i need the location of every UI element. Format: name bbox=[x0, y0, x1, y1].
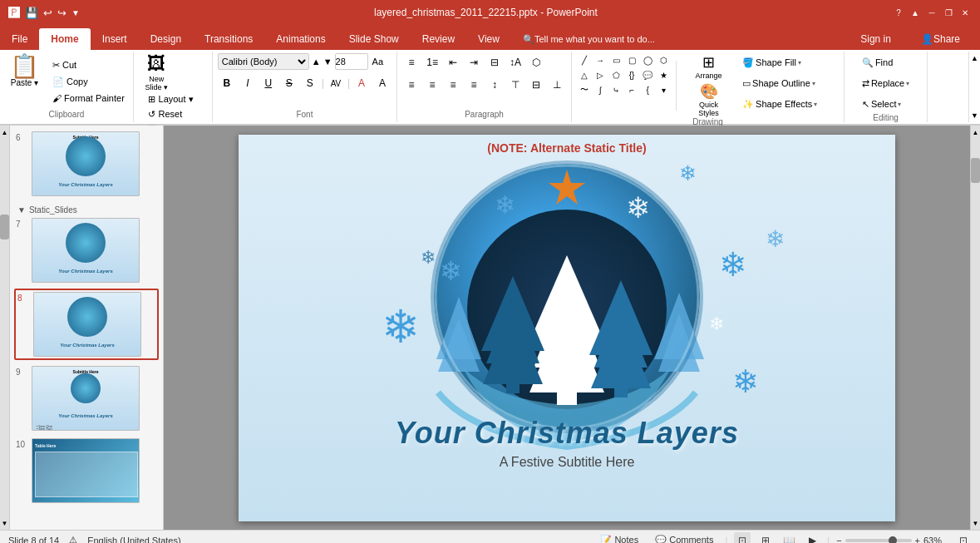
share-button[interactable]: 👤 Share bbox=[909, 28, 972, 50]
cols-button[interactable]: ⊟ bbox=[485, 53, 504, 72]
bend-tool[interactable]: ⌐ bbox=[624, 83, 639, 96]
zoom-thumb[interactable] bbox=[889, 536, 897, 544]
section-label-static[interactable]: ▼ Static_Slides bbox=[14, 202, 159, 216]
tab-home[interactable]: Home bbox=[39, 28, 90, 50]
customize-icon[interactable]: ▼ bbox=[71, 8, 80, 17]
shape-fill-button[interactable]: 🪣 Shape Fill ▾ bbox=[739, 53, 839, 72]
slide-sorter-button[interactable]: ⊞ bbox=[757, 532, 774, 544]
help-button[interactable]: ? bbox=[892, 6, 905, 19]
slide-thumb-9[interactable]: 9 Subtitle Here Your Christmas Layers • … bbox=[14, 364, 159, 432]
select-button[interactable]: ↖ Select ▾ bbox=[859, 95, 905, 113]
scroll-thumb[interactable] bbox=[0, 215, 9, 239]
zoom-slider[interactable] bbox=[845, 539, 912, 542]
valign-top-button[interactable]: ⊤ bbox=[506, 76, 524, 94]
tab-view[interactable]: View bbox=[466, 28, 511, 50]
tab-transitions[interactable]: Transitions bbox=[193, 28, 264, 50]
valign-bot-button[interactable]: ⊥ bbox=[548, 76, 566, 94]
char-spacing-button[interactable]: AV bbox=[327, 74, 345, 92]
valign-mid-button[interactable]: ⊟ bbox=[527, 76, 545, 94]
format-painter-button[interactable]: 🖌 Format Painter bbox=[49, 91, 128, 105]
font-size-btn-up[interactable]: ▲ bbox=[312, 57, 321, 67]
ribbon-scroll-down[interactable]: ▼ bbox=[971, 111, 978, 120]
font-name-select[interactable]: Calibri (Body) bbox=[218, 53, 309, 70]
find-button[interactable]: 🔍 Find bbox=[859, 53, 896, 72]
tab-animations[interactable]: Animations bbox=[264, 28, 337, 50]
paste-button[interactable]: 📋 Paste ▾ bbox=[5, 53, 44, 110]
line-tool[interactable]: ╱ bbox=[577, 53, 592, 67]
bullets-button[interactable]: ≡ bbox=[402, 53, 421, 72]
slide-subtitle-text[interactable]: A Festive Subtitle Here bbox=[239, 455, 895, 470]
slide-thumb-6[interactable]: 6 Subtitle Here Your Christmas Layers bbox=[14, 130, 159, 198]
shadow-button[interactable]: S bbox=[301, 74, 319, 92]
triangle-tool[interactable]: △ bbox=[577, 68, 592, 81]
text-direction-button[interactable]: ↕A bbox=[506, 53, 524, 72]
slide-thumb-7[interactable]: 7 Your Christmas Layers bbox=[14, 216, 159, 284]
freeform-tool[interactable]: 〜 bbox=[577, 83, 592, 96]
right-scrollbar[interactable]: ▲ ▼ bbox=[970, 126, 980, 530]
numbering-button[interactable]: 1≡ bbox=[423, 53, 441, 72]
replace-button[interactable]: ⇄ Replace ▾ bbox=[859, 74, 913, 92]
convert-smartart-button[interactable]: ⬡ bbox=[527, 53, 545, 72]
rounded-rect-tool[interactable]: ▢ bbox=[624, 53, 639, 67]
curve-tool[interactable]: ∫ bbox=[593, 83, 608, 96]
new-slide-button[interactable]: 🖼 New Slide ▾ bbox=[145, 53, 168, 91]
scroll-up-arrow[interactable]: ▲ bbox=[0, 126, 9, 139]
pentagon-tool[interactable]: ⬠ bbox=[608, 68, 623, 81]
tab-tell-me[interactable]: 🔍 Tell me what you want to do... bbox=[511, 28, 667, 50]
arrange-button[interactable]: ⊞ Arrange bbox=[696, 53, 722, 80]
brace-tool[interactable]: {} bbox=[624, 68, 639, 81]
quick-styles-button[interactable]: 🎨 Quick Styles bbox=[698, 82, 719, 117]
align-center-button[interactable]: ≡ bbox=[423, 76, 441, 94]
align-left-button[interactable]: ≡ bbox=[402, 76, 421, 94]
equation-tool[interactable]: { bbox=[640, 83, 655, 96]
more-shapes[interactable]: ▾ bbox=[656, 83, 671, 96]
layout-button[interactable]: ⊞ Layout ▾ bbox=[145, 92, 196, 106]
callout-tool[interactable]: 💬 bbox=[640, 68, 655, 81]
slideshow-view-button[interactable]: ▶ bbox=[804, 532, 820, 544]
ribbon-scroll-up[interactable]: ▲ bbox=[971, 54, 978, 62]
rtriangle-tool[interactable]: ▷ bbox=[593, 68, 608, 81]
shapes-more[interactable]: ⬡ bbox=[656, 53, 671, 67]
align-right-button[interactable]: ≡ bbox=[444, 76, 462, 94]
notes-button[interactable]: 📝 Notes bbox=[595, 533, 643, 543]
rect-tool[interactable]: ▭ bbox=[608, 53, 623, 67]
oval-tool[interactable]: ◯ bbox=[640, 53, 655, 67]
clear-format-btn[interactable]: Aa bbox=[371, 55, 385, 68]
font-size-input[interactable] bbox=[335, 53, 368, 70]
sign-in-button[interactable]: Sign in bbox=[849, 28, 903, 50]
fit-slide-button[interactable]: ⊡ bbox=[955, 532, 972, 544]
strikethrough-button[interactable]: S bbox=[280, 74, 298, 92]
tab-slideshow[interactable]: Slide Show bbox=[337, 28, 411, 50]
shape-effects-button[interactable]: ✨ Shape Effects ▾ bbox=[739, 95, 839, 113]
decrease-indent-button[interactable]: ⇤ bbox=[444, 53, 462, 72]
line-spacing-button[interactable]: ↕ bbox=[485, 76, 504, 94]
comments-button[interactable]: 💬 Comments bbox=[650, 533, 718, 543]
highlight-button[interactable]: A bbox=[373, 74, 392, 92]
arrow-tool[interactable]: → bbox=[593, 53, 608, 67]
cut-button[interactable]: ✂ Cut bbox=[49, 58, 128, 72]
language-label[interactable]: English (United States) bbox=[87, 536, 181, 544]
bold-button[interactable]: B bbox=[218, 74, 236, 92]
redo-icon[interactable]: ↪ bbox=[57, 7, 66, 19]
italic-button[interactable]: I bbox=[239, 74, 257, 92]
undo-icon[interactable]: ↩ bbox=[43, 7, 52, 19]
restore-button[interactable]: ❐ bbox=[942, 6, 955, 19]
close-button[interactable]: ✕ bbox=[958, 6, 972, 19]
increase-indent-button[interactable]: ⇥ bbox=[465, 53, 483, 72]
right-scroll-up[interactable]: ▲ bbox=[971, 126, 980, 139]
right-scroll-thumb[interactable] bbox=[971, 158, 980, 183]
underline-button[interactable]: U bbox=[259, 74, 278, 92]
right-scroll-down[interactable]: ▼ bbox=[971, 516, 980, 530]
slide-thumb-10[interactable]: 10 Table Here bbox=[14, 437, 159, 505]
scroll-down-arrow[interactable]: ▼ bbox=[0, 516, 9, 530]
reading-view-button[interactable]: 📖 bbox=[781, 532, 797, 544]
tab-file[interactable]: File bbox=[0, 28, 39, 50]
font-size-btn-down[interactable]: ▼ bbox=[323, 57, 332, 67]
copy-button[interactable]: 📄 Copy bbox=[49, 75, 128, 89]
connector-tool[interactable]: ⤷ bbox=[608, 83, 623, 96]
font-color-button[interactable]: A bbox=[352, 74, 371, 92]
reset-button[interactable]: ↺ Reset bbox=[145, 107, 185, 121]
shape-outline-button[interactable]: ▭ Shape Outline ▾ bbox=[739, 74, 839, 92]
slide-thumb-8[interactable]: 8 Your Christmas Layers bbox=[14, 289, 159, 360]
left-scrollbar[interactable]: ▲ ▼ bbox=[0, 126, 10, 530]
